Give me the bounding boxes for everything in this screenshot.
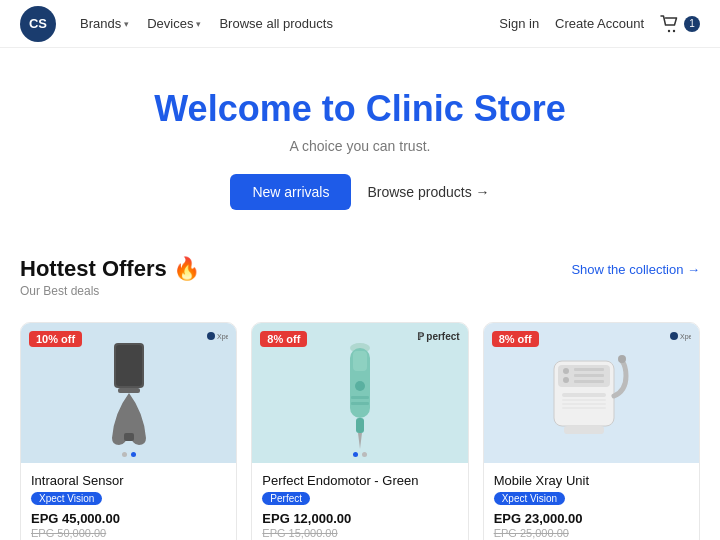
discount-badge: 8% off bbox=[492, 331, 539, 347]
svg-rect-5 bbox=[116, 345, 142, 386]
svg-point-29 bbox=[618, 355, 626, 363]
product-price: EPG 45,000.00 bbox=[31, 511, 226, 526]
dot-2 bbox=[131, 452, 136, 457]
logo[interactable]: CS bbox=[20, 6, 56, 42]
svg-point-1 bbox=[673, 29, 675, 31]
nav-browse-all[interactable]: Browse all products bbox=[211, 11, 340, 36]
svg-rect-22 bbox=[574, 368, 604, 371]
brand-tag: Perfect bbox=[262, 492, 310, 505]
section-header: Hottest Offers 🔥 Our Best deals Show the… bbox=[20, 256, 700, 298]
product-image-xray bbox=[544, 341, 639, 446]
product-original-price: EPG 25,000.00 bbox=[494, 527, 689, 539]
xpect-vision-logo-2: Xpect Vision bbox=[669, 331, 691, 341]
brand-tag: Xpect Vision bbox=[31, 492, 102, 505]
product-card-endomotor: 8% off ℙ perfect Perfect Endomotor - bbox=[251, 322, 468, 540]
section-title-block: Hottest Offers 🔥 Our Best deals bbox=[20, 256, 200, 298]
product-image-endo bbox=[335, 336, 385, 451]
product-image-wrap: 8% off Xpect Vision bbox=[484, 323, 699, 463]
browse-products-button[interactable]: Browse products → bbox=[367, 184, 489, 200]
product-info: Intraoral Sensor Xpect Vision EPG 45,000… bbox=[21, 463, 236, 539]
brand-watermark: ℙ perfect bbox=[417, 331, 460, 342]
svg-point-12 bbox=[355, 381, 365, 391]
hero-title-highlight: Clinic Store bbox=[366, 88, 566, 129]
brand-tag: Xpect Vision bbox=[494, 492, 565, 505]
svg-rect-14 bbox=[351, 402, 369, 405]
svg-point-2 bbox=[207, 332, 215, 340]
brand-watermark: Xpect Vision bbox=[206, 331, 228, 341]
product-image-wrap: 10% off Xpect Vision bbox=[21, 323, 236, 463]
new-arrivals-button[interactable]: New arrivals bbox=[230, 174, 351, 210]
svg-point-21 bbox=[563, 377, 569, 383]
fire-emoji: 🔥 bbox=[173, 256, 200, 282]
product-original-price: EPG 50,000.00 bbox=[31, 527, 226, 539]
hottest-offers-section: Hottest Offers 🔥 Our Best deals Show the… bbox=[0, 240, 720, 312]
main-nav: Brands ▾ Devices ▾ Browse all products bbox=[72, 11, 499, 36]
hero-buttons: New arrivals Browse products → bbox=[20, 174, 700, 210]
svg-rect-26 bbox=[562, 399, 606, 401]
dot-2 bbox=[362, 452, 367, 457]
svg-rect-27 bbox=[562, 403, 606, 405]
hero-subtitle: A choice you can trust. bbox=[20, 138, 700, 154]
image-dots bbox=[353, 452, 367, 457]
product-info: Perfect Endomotor - Green Perfect EPG 12… bbox=[252, 463, 467, 539]
product-price: EPG 23,000.00 bbox=[494, 511, 689, 526]
hero-section: Welcome to Clinic Store A choice you can… bbox=[0, 48, 720, 240]
svg-point-20 bbox=[563, 368, 569, 374]
svg-rect-13 bbox=[351, 396, 369, 399]
product-original-price: EPG 15,000.00 bbox=[262, 527, 457, 539]
nav-brands-label: Brands bbox=[80, 16, 121, 31]
product-name: Intraoral Sensor bbox=[31, 473, 226, 488]
svg-rect-7 bbox=[124, 433, 134, 441]
show-collection-link[interactable]: Show the collection → bbox=[571, 262, 700, 277]
svg-rect-28 bbox=[562, 407, 606, 409]
brand-watermark: Xpect Vision bbox=[669, 331, 691, 341]
chevron-down-icon: ▾ bbox=[196, 19, 201, 29]
product-name: Perfect Endomotor - Green bbox=[262, 473, 457, 488]
nav-devices[interactable]: Devices ▾ bbox=[139, 11, 209, 36]
section-title: Hottest Offers 🔥 bbox=[20, 256, 200, 282]
svg-point-15 bbox=[670, 332, 678, 340]
product-image-wrap: 8% off ℙ perfect bbox=[252, 323, 467, 463]
svg-rect-30 bbox=[564, 426, 604, 434]
section-subtitle: Our Best deals bbox=[20, 284, 200, 298]
svg-rect-24 bbox=[574, 380, 604, 383]
nav-brands[interactable]: Brands ▾ bbox=[72, 11, 137, 36]
product-name: Mobile Xray Unit bbox=[494, 473, 689, 488]
logo-text: CS bbox=[29, 16, 47, 31]
cart-count: 1 bbox=[684, 16, 700, 32]
svg-rect-25 bbox=[562, 393, 606, 397]
svg-rect-23 bbox=[574, 374, 604, 377]
svg-rect-11 bbox=[356, 418, 364, 433]
svg-rect-6 bbox=[118, 388, 140, 393]
xpect-vision-logo: Xpect Vision bbox=[206, 331, 228, 341]
svg-text:Xpect Vision: Xpect Vision bbox=[217, 333, 228, 341]
chevron-down-icon: ▾ bbox=[124, 19, 129, 29]
hero-title: Welcome to Clinic Store bbox=[20, 88, 700, 130]
header-actions: Sign in Create Account 1 bbox=[499, 15, 700, 33]
cart-icon bbox=[660, 15, 680, 33]
dot-1 bbox=[122, 452, 127, 457]
cart-button[interactable]: 1 bbox=[660, 15, 700, 33]
product-info: Mobile Xray Unit Xpect Vision EPG 23,000… bbox=[484, 463, 699, 539]
create-account-link[interactable]: Create Account bbox=[555, 16, 644, 31]
svg-text:Xpect Vision: Xpect Vision bbox=[680, 333, 691, 341]
hero-title-start: Welcome to bbox=[154, 88, 365, 129]
product-price: EPG 12,000.00 bbox=[262, 511, 457, 526]
products-grid: 10% off Xpect Vision Intraoral Sensor Xp… bbox=[0, 312, 720, 540]
svg-rect-10 bbox=[353, 351, 367, 371]
product-image-sensor bbox=[94, 338, 164, 448]
nav-devices-label: Devices bbox=[147, 16, 193, 31]
svg-point-0 bbox=[668, 29, 670, 31]
image-dots bbox=[122, 452, 136, 457]
header: CS Brands ▾ Devices ▾ Browse all product… bbox=[0, 0, 720, 48]
discount-badge: 10% off bbox=[29, 331, 82, 347]
product-card-xray-unit: 8% off Xpect Vision bbox=[483, 322, 700, 540]
discount-badge: 8% off bbox=[260, 331, 307, 347]
dot-1 bbox=[353, 452, 358, 457]
product-card-intraoral-sensor: 10% off Xpect Vision Intraoral Sensor Xp… bbox=[20, 322, 237, 540]
sign-in-link[interactable]: Sign in bbox=[499, 16, 539, 31]
